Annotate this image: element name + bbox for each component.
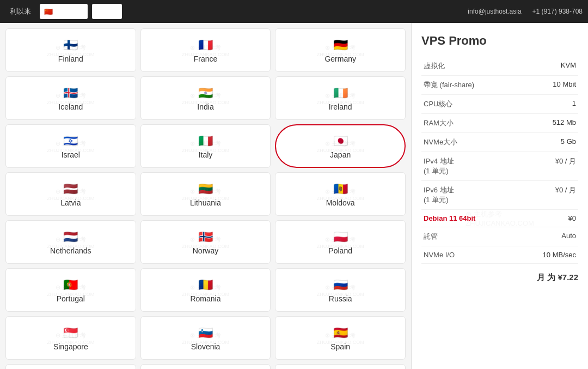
spec-row: Debian 11 64bit¥0 bbox=[421, 210, 578, 227]
currency-symbol: ¥ bbox=[96, 8, 100, 16]
country-card-israel[interactable]: ⊛ 主机参考ZHUJICANKAO.COM🇮🇱Israel bbox=[5, 124, 136, 168]
spec-label: CPU核心 bbox=[421, 95, 507, 114]
country-flag: 🇷🇴 bbox=[198, 279, 213, 291]
country-name: Lithuania bbox=[190, 198, 221, 207]
country-grid: ⊛ 主机参考ZHUJICANKAO.COM🇫🇮Finland⊛ 主机参考ZHUJ… bbox=[5, 28, 406, 369]
country-card-sweden[interactable]: ⊛ 主机参考ZHUJICANKAO.COM🇸🇪Sweden bbox=[5, 364, 136, 369]
country-card-turkey[interactable]: ⊛ 主机参考ZHUJICANKAO.COM🇹🇷Turkey bbox=[275, 364, 406, 369]
country-name: France bbox=[194, 55, 218, 63]
price-row: 月 为 ¥7.22 bbox=[421, 273, 578, 283]
spec-value: Auto bbox=[507, 227, 578, 246]
spec-value: 10 Mbit bbox=[507, 76, 578, 95]
card-watermark: ⊛ 主机参考ZHUJICANKAO.COM bbox=[275, 365, 405, 369]
country-grid-container: ⊛ 主机参考ZHUJICANKAO.COM🇫🇮Finland⊛ 主机参考ZHUJ… bbox=[0, 23, 411, 369]
country-flag: 🇳🇱 bbox=[63, 231, 78, 243]
contact-email: info@justhost.asia bbox=[468, 8, 521, 15]
header-right: info@justhost.asia +1 (917) 938-708 bbox=[468, 8, 583, 15]
country-card-romania[interactable]: ⊛ 主机参考ZHUJICANKAO.COM🇷🇴Romania bbox=[140, 268, 271, 312]
spec-value: KVM bbox=[507, 57, 578, 76]
country-name: Norway bbox=[193, 246, 218, 255]
country-card-india[interactable]: ⊛ 主机参考ZHUJICANKAO.COM🇮🇳India bbox=[140, 76, 271, 120]
country-name: Italy bbox=[199, 150, 213, 159]
card-watermark: ⊛ 主机参考ZHUJICANKAO.COM bbox=[141, 365, 271, 369]
lang-flag: 🇨🇳 bbox=[44, 8, 53, 16]
spec-value: 1 bbox=[507, 95, 578, 114]
spec-value[interactable]: ¥0 bbox=[507, 210, 578, 227]
sidebar-title: VPS Promo bbox=[421, 34, 578, 48]
country-card-japan[interactable]: ⊛ 主机参考ZHUJICANKAO.COM🇯🇵Japan bbox=[275, 124, 406, 168]
spec-label: IPv6 地址(1 单元) bbox=[421, 181, 507, 210]
spec-label: 託管 bbox=[421, 227, 507, 246]
spec-label: NVMe大小 bbox=[421, 133, 507, 152]
spec-value: ¥0 / 月 bbox=[507, 181, 578, 210]
spec-row: IPv4 地址(1 单元)¥0 / 月 bbox=[421, 152, 578, 181]
spec-table: 虚拟化KVM帶寬 (fair-share)10 MbitCPU核心1RAM大小5… bbox=[421, 57, 578, 264]
header: 利以来 🇨🇳 简体中文 ¥ CNY info@justhost.asia +1 … bbox=[0, 0, 588, 23]
lang-label: 简体中文 bbox=[55, 7, 83, 16]
spec-row: IPv6 地址(1 单元)¥0 / 月 bbox=[421, 181, 578, 210]
country-flag: 🇷🇺 bbox=[333, 279, 348, 291]
back-button[interactable]: 利以来 bbox=[5, 4, 35, 19]
spec-label: 虚拟化 bbox=[421, 57, 507, 76]
country-flag: 🇱🇹 bbox=[198, 183, 213, 195]
spec-label: RAM大小 bbox=[421, 114, 507, 133]
language-selector[interactable]: 🇨🇳 简体中文 bbox=[40, 4, 88, 19]
country-flag: 🇮🇳 bbox=[198, 87, 213, 99]
country-name: Netherlands bbox=[50, 246, 91, 255]
country-card-latvia[interactable]: ⊛ 主机参考ZHUJICANKAO.COM🇱🇻Latvia bbox=[5, 172, 136, 216]
spec-label: NVMe I/O bbox=[421, 246, 507, 264]
country-name: Israel bbox=[62, 150, 80, 159]
country-name: Spain bbox=[330, 342, 350, 351]
country-card-germany[interactable]: ⊛ 主机参考ZHUJICANKAO.COM🇩🇪Germany bbox=[275, 28, 406, 72]
country-flag: 🇸🇮 bbox=[198, 327, 213, 339]
country-name: Finland bbox=[58, 55, 83, 63]
country-card-france[interactable]: ⊛ 主机参考ZHUJICANKAO.COM🇫🇷France bbox=[140, 28, 271, 72]
country-flag: 🇫🇷 bbox=[198, 39, 213, 51]
country-name: Iceland bbox=[58, 102, 83, 111]
country-flag: 🇵🇹 bbox=[63, 279, 78, 291]
spec-value: 512 Mb bbox=[507, 114, 578, 133]
country-card-italy[interactable]: ⊛ 主机参考ZHUJICANKAO.COM🇮🇹Italy bbox=[140, 124, 271, 168]
country-card-switzerland[interactable]: ⊛ 主机参考ZHUJICANKAO.COM🇨🇭Switzerland bbox=[140, 364, 271, 369]
spec-row: 虚拟化KVM bbox=[421, 57, 578, 76]
country-card-spain[interactable]: ⊛ 主机参考ZHUJICANKAO.COM🇪🇸Spain bbox=[275, 316, 406, 360]
spec-row: 帶寬 (fair-share)10 Mbit bbox=[421, 76, 578, 95]
country-card-russia[interactable]: ⊛ 主机参考ZHUJICANKAO.COM🇷🇺Russia bbox=[275, 268, 406, 312]
country-card-ireland[interactable]: ⊛ 主机参考ZHUJICANKAO.COM🇮🇪Ireland bbox=[275, 76, 406, 120]
country-name: Japan bbox=[330, 150, 351, 159]
country-name: Latvia bbox=[60, 198, 81, 207]
country-name: Ireland bbox=[329, 102, 352, 111]
currency-selector[interactable]: ¥ CNY bbox=[92, 4, 122, 19]
country-name: Slovenia bbox=[191, 342, 220, 351]
spec-row: NVMe I/O10 MB/sec bbox=[421, 246, 578, 264]
country-card-finland[interactable]: ⊛ 主机参考ZHUJICANKAO.COM🇫🇮Finland bbox=[5, 28, 136, 72]
country-card-singapore[interactable]: ⊛ 主机参考ZHUJICANKAO.COM🇸🇬Singapore bbox=[5, 316, 136, 360]
country-card-norway[interactable]: ⊛ 主机参考ZHUJICANKAO.COM🇳🇴Norway bbox=[140, 220, 271, 264]
country-flag: 🇫🇮 bbox=[63, 39, 78, 51]
main-layout: ⊛ 主机参考ZHUJICANKAO.COM🇫🇮Finland⊛ 主机参考ZHUJ… bbox=[0, 23, 588, 369]
country-card-lithuania[interactable]: ⊛ 主机参考ZHUJICANKAO.COM🇱🇹Lithuania bbox=[140, 172, 271, 216]
country-flag: 🇳🇴 bbox=[198, 231, 213, 243]
country-flag: 🇲🇩 bbox=[333, 183, 348, 195]
country-card-moldova[interactable]: ⊛ 主机参考ZHUJICANKAO.COM🇲🇩Moldova bbox=[275, 172, 406, 216]
country-flag: 🇯🇵 bbox=[333, 135, 348, 147]
spec-value: 5 Gb bbox=[507, 133, 578, 152]
spec-label: IPv4 地址(1 单元) bbox=[421, 152, 507, 181]
country-name: Russia bbox=[329, 294, 352, 303]
country-card-netherlands[interactable]: ⊛ 主机参考ZHUJICANKAO.COM🇳🇱Netherlands bbox=[5, 220, 136, 264]
country-card-slovenia[interactable]: ⊛ 主机参考ZHUJICANKAO.COM🇸🇮Slovenia bbox=[140, 316, 271, 360]
country-name: Moldova bbox=[326, 198, 355, 207]
country-name: Germany bbox=[324, 55, 356, 63]
country-card-iceland[interactable]: ⊛ 主机参考ZHUJICANKAO.COM🇮🇸Iceland bbox=[5, 76, 136, 120]
country-name: Portugal bbox=[57, 294, 85, 303]
spec-label: Debian 11 64bit bbox=[421, 210, 507, 227]
country-card-portugal[interactable]: ⊛ 主机参考ZHUJICANKAO.COM🇵🇹Portugal bbox=[5, 268, 136, 312]
header-left: 利以来 🇨🇳 简体中文 ¥ CNY bbox=[5, 4, 122, 19]
country-flag: 🇩🇪 bbox=[333, 39, 348, 51]
spec-row: CPU核心1 bbox=[421, 95, 578, 114]
spec-row: 託管Auto bbox=[421, 227, 578, 246]
country-flag: 🇮🇸 bbox=[63, 87, 78, 99]
country-card-poland[interactable]: ⊛ 主机参考ZHUJICANKAO.COM🇵🇱Poland bbox=[275, 220, 406, 264]
spec-label: 帶寬 (fair-share) bbox=[421, 76, 507, 95]
country-flag: 🇵🇱 bbox=[333, 231, 348, 243]
